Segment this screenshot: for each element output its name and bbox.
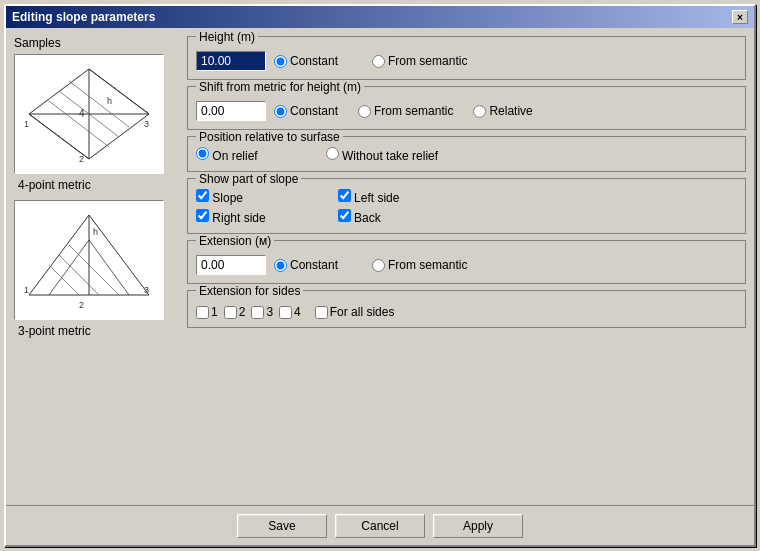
without-relief-label[interactable]: Without take relief <box>326 147 438 163</box>
without-relief-radio[interactable] <box>326 147 339 160</box>
height-from-semantic-radio[interactable] <box>372 55 385 68</box>
position-group: Position relative to surfase On relief W… <box>187 136 746 172</box>
svg-text:3: 3 <box>144 119 149 129</box>
ext-from-semantic-radio[interactable] <box>372 259 385 272</box>
shift-relative-label[interactable]: Relative <box>473 104 532 118</box>
ext-sides-1-cb[interactable] <box>196 306 209 319</box>
dialog-container: Editing slope parameters × Samples <box>4 4 756 547</box>
height-input[interactable] <box>196 51 266 71</box>
samples-label: Samples <box>14 36 179 50</box>
shift-radio-group: Constant From semantic Relative <box>274 104 533 118</box>
title-bar: Editing slope parameters × <box>6 6 754 28</box>
ext-sides-4-label[interactable]: 4 <box>279 305 301 319</box>
show-part-group: Show part of slope Slope Right side <box>187 178 746 234</box>
sample2-label: 3-point metric <box>14 324 179 338</box>
cb-left-side-label[interactable]: Left side <box>338 189 400 205</box>
on-relief-radio[interactable] <box>196 147 209 160</box>
shift-from-semantic-radio[interactable] <box>358 105 371 118</box>
cancel-button[interactable]: Cancel <box>335 514 425 538</box>
svg-line-6 <box>89 69 149 114</box>
sample2-svg: h 3 2 1 <box>19 205 159 315</box>
cb-right-side-label[interactable]: Right side <box>196 209 266 225</box>
sidebar: Samples <box>14 36 179 497</box>
ext-constant-label[interactable]: Constant <box>274 258 338 272</box>
svg-line-7 <box>29 114 89 159</box>
sample1-preview: 4 h 3 2 1 <box>14 54 164 174</box>
svg-text:4: 4 <box>79 108 85 119</box>
extension-radio-group: Constant From semantic <box>274 258 467 272</box>
shift-constant-radio[interactable] <box>274 105 287 118</box>
height-group: Height (m) Constant From semantic <box>187 36 746 80</box>
svg-text:1: 1 <box>24 285 29 295</box>
extension-input[interactable] <box>196 255 266 275</box>
ext-sides-3-label[interactable]: 3 <box>251 305 273 319</box>
ext-sides-4-cb[interactable] <box>279 306 292 319</box>
extension-group-title: Extension (м) <box>196 234 274 248</box>
shift-group: Shift from metric for height (m) Constan… <box>187 86 746 130</box>
cb-back[interactable] <box>338 209 351 222</box>
ext-sides-2-label[interactable]: 2 <box>224 305 246 319</box>
ext-sides-for-all-label[interactable]: For all sides <box>315 305 395 319</box>
on-relief-label[interactable]: On relief <box>196 147 258 163</box>
shift-from-semantic-label[interactable]: From semantic <box>358 104 453 118</box>
dialog-body: Samples <box>6 28 754 505</box>
save-button[interactable]: Save <box>237 514 327 538</box>
cb-left-side[interactable] <box>338 189 351 202</box>
svg-line-9 <box>69 81 129 127</box>
cb-back-label[interactable]: Back <box>338 209 400 225</box>
extension-group: Extension (м) Constant From semantic <box>187 240 746 284</box>
position-group-title: Position relative to surfase <box>196 130 343 144</box>
sample1-svg: 4 h 3 2 1 <box>19 59 159 169</box>
apply-button[interactable]: Apply <box>433 514 523 538</box>
ext-sides-2-cb[interactable] <box>224 306 237 319</box>
main-content: Height (m) Constant From semantic <box>187 36 746 497</box>
ext-sides-3-cb[interactable] <box>251 306 264 319</box>
shift-group-title: Shift from metric for height (m) <box>196 80 364 94</box>
shift-input[interactable] <box>196 101 266 121</box>
extension-sides-group: Extension for sides 1 2 3 <box>187 290 746 328</box>
svg-text:2: 2 <box>79 154 84 164</box>
dialog-footer: Save Cancel Apply <box>6 505 754 545</box>
shift-relative-radio[interactable] <box>473 105 486 118</box>
svg-line-22 <box>59 255 99 295</box>
svg-text:2: 2 <box>79 300 84 310</box>
show-part-title: Show part of slope <box>196 172 301 186</box>
height-constant-radio[interactable] <box>274 55 287 68</box>
sample1-label: 4-point metric <box>14 178 179 192</box>
cb-slope-label[interactable]: Slope <box>196 189 266 205</box>
svg-line-20 <box>89 240 129 295</box>
svg-text:h: h <box>93 227 98 237</box>
dialog-title: Editing slope parameters <box>12 10 155 24</box>
height-group-title: Height (m) <box>196 30 258 44</box>
cb-slope[interactable] <box>196 189 209 202</box>
ext-sides-for-all-cb[interactable] <box>315 306 328 319</box>
svg-line-23 <box>69 245 119 295</box>
svg-text:h: h <box>107 96 112 106</box>
ext-constant-radio[interactable] <box>274 259 287 272</box>
ext-sides-1-label[interactable]: 1 <box>196 305 218 319</box>
cb-right-side[interactable] <box>196 209 209 222</box>
height-radio-group: Constant From semantic <box>274 54 467 68</box>
shift-constant-label[interactable]: Constant <box>274 104 338 118</box>
svg-line-21 <box>49 240 89 295</box>
close-button[interactable]: × <box>732 10 748 24</box>
height-from-semantic-label[interactable]: From semantic <box>372 54 467 68</box>
svg-text:1: 1 <box>24 119 29 129</box>
extension-sides-title: Extension for sides <box>196 284 303 298</box>
ext-from-semantic-label[interactable]: From semantic <box>372 258 467 272</box>
svg-line-24 <box>49 265 79 295</box>
height-constant-label[interactable]: Constant <box>274 54 338 68</box>
svg-text:3: 3 <box>144 285 149 295</box>
sample2-preview: h 3 2 1 <box>14 200 164 320</box>
